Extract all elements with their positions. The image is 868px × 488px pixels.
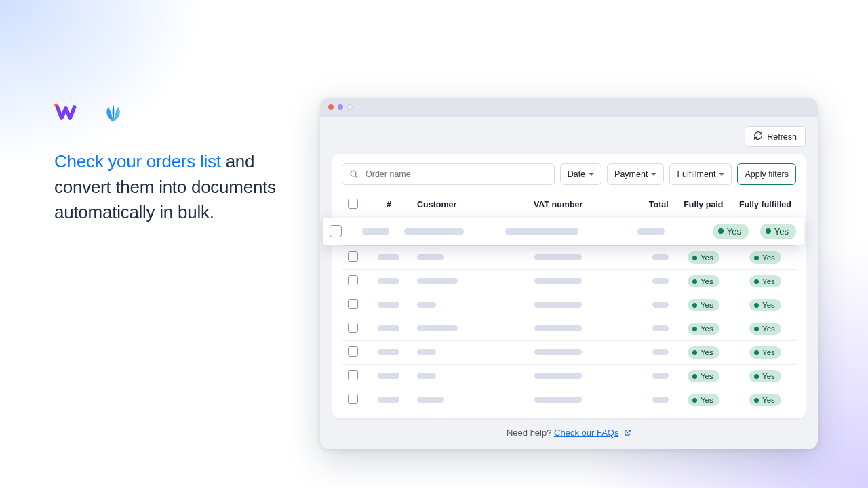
status-badge: Yes — [749, 299, 781, 311]
status-dot-icon — [692, 256, 697, 260]
placeholder — [417, 349, 436, 355]
table-row[interactable]: YesYes — [342, 270, 796, 293]
badge-label: Yes — [762, 396, 775, 404]
status-badge: Yes — [749, 323, 781, 335]
row-checkbox[interactable] — [348, 346, 358, 357]
status-dot-icon — [754, 256, 759, 260]
search-icon — [349, 169, 359, 179]
status-badge: Yes — [688, 394, 719, 406]
status-dot-icon — [754, 398, 759, 403]
badge-label: Yes — [762, 372, 775, 380]
col-customer: Customer — [413, 193, 501, 218]
placeholder — [652, 325, 669, 331]
placeholder — [417, 302, 436, 308]
logo-row — [54, 102, 285, 126]
table-row[interactable]: Yes Yes — [342, 218, 796, 246]
col-total: Total — [615, 193, 673, 218]
row-checkbox[interactable] — [348, 251, 358, 262]
table-row[interactable]: YesYes — [342, 388, 796, 412]
badge-label: Yes — [762, 301, 775, 309]
row-checkbox[interactable] — [348, 275, 358, 285]
table-row[interactable]: YesYes — [342, 317, 796, 341]
badge-label: Yes — [762, 325, 775, 333]
status-dot-icon — [754, 374, 759, 379]
status-dot-icon — [766, 228, 771, 234]
row-checkbox[interactable] — [348, 299, 358, 309]
traffic-light-minimize-icon[interactable] — [338, 104, 343, 110]
filters-row: Date Payment Fulfillment Apply filters — [342, 163, 796, 185]
badge-label: Yes — [701, 348, 713, 357]
status-dot-icon — [754, 350, 759, 355]
status-dot-icon — [692, 327, 697, 331]
refresh-button[interactable]: Refresh — [745, 126, 806, 147]
placeholder — [417, 278, 458, 284]
row-checkbox[interactable] — [330, 225, 342, 237]
placeholder — [378, 373, 399, 379]
logo-separator — [90, 103, 90, 125]
app-window: Refresh Date Payment Fulfillment Apply f… — [320, 98, 818, 449]
svg-point-1 — [351, 171, 356, 176]
status-badge: Yes — [760, 224, 796, 239]
help-footer: Need help? Check our FAQs — [332, 428, 806, 439]
status-dot-icon — [692, 279, 697, 284]
placeholder — [652, 254, 669, 260]
placeholder — [378, 254, 399, 260]
badge-label: Yes — [762, 277, 775, 285]
traffic-light-close-icon[interactable] — [328, 104, 334, 110]
help-prefix: Need help? — [507, 428, 554, 438]
col-paid: Fully paid — [673, 193, 734, 218]
badge-label: Yes — [701, 253, 713, 262]
placeholder — [534, 396, 582, 403]
status-dot-icon — [692, 303, 697, 308]
row-checkbox[interactable] — [348, 370, 358, 380]
badge-label: Yes — [701, 325, 713, 333]
status-badge: Yes — [688, 251, 719, 264]
filter-date-label: Date — [568, 169, 585, 179]
traffic-light-zoom-icon[interactable] — [347, 104, 353, 110]
status-badge: Yes — [688, 299, 719, 311]
filter-payment-button[interactable]: Payment — [607, 163, 664, 185]
filter-fulfillment-label: Fulfillment — [677, 169, 715, 179]
orders-panel: Date Payment Fulfillment Apply filters #… — [332, 154, 806, 418]
row-checkbox[interactable] — [348, 323, 358, 333]
marketing-tagline: Check your orders list and convert them … — [54, 149, 285, 226]
status-dot-icon — [754, 303, 759, 308]
chevron-down-icon — [651, 173, 656, 176]
table-row[interactable]: YesYes — [342, 341, 796, 365]
status-badge: Yes — [688, 323, 719, 335]
window-titlebar — [320, 98, 818, 117]
table-header-row: # Customer VAT number Total Fully paid F… — [342, 193, 796, 218]
placeholder — [417, 325, 458, 331]
help-link-label: Check our FAQs — [554, 428, 618, 438]
placeholder — [534, 302, 582, 308]
table-row[interactable]: YesYes — [342, 246, 796, 270]
placeholder — [652, 349, 669, 355]
status-dot-icon — [692, 398, 697, 403]
table-row[interactable]: YesYes — [342, 293, 796, 317]
orders-table: # Customer VAT number Total Fully paid F… — [342, 193, 796, 411]
filter-date-button[interactable]: Date — [560, 163, 601, 185]
status-badge: Yes — [688, 346, 719, 359]
placeholder — [378, 349, 399, 355]
search-input-wrap[interactable] — [342, 163, 555, 185]
row-checkbox[interactable] — [348, 394, 358, 404]
table-row[interactable]: YesYes — [342, 365, 796, 388]
status-badge: Yes — [713, 224, 749, 239]
chevron-down-icon — [589, 173, 594, 176]
placeholder — [417, 396, 444, 403]
search-input[interactable] — [359, 169, 554, 179]
help-link[interactable]: Check our FAQs — [554, 428, 618, 438]
badge-label: Yes — [701, 277, 713, 285]
apply-filters-button[interactable]: Apply filters — [737, 163, 796, 185]
filter-fulfillment-button[interactable]: Fulfillment — [669, 163, 732, 185]
select-all-checkbox[interactable] — [348, 199, 358, 209]
external-link-icon — [624, 428, 631, 439]
apply-filters-label: Apply filters — [745, 169, 789, 179]
chevron-down-icon — [719, 173, 724, 176]
col-fulfilled: Fully fulfilled — [734, 193, 796, 218]
badge-label: Yes — [774, 226, 789, 237]
badge-label: Yes — [762, 253, 775, 262]
status-dot-icon — [754, 327, 759, 331]
placeholder — [652, 302, 669, 308]
top-toolbar: Refresh — [332, 126, 806, 147]
